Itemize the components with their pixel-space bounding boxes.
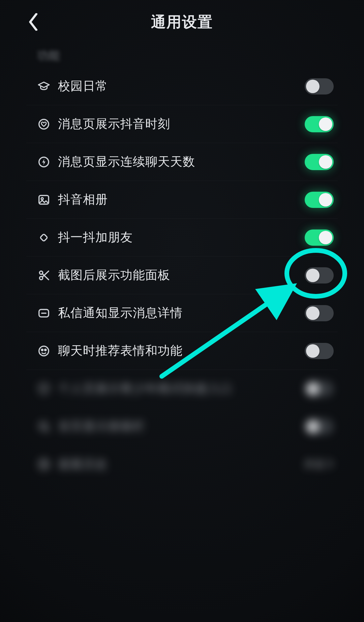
search-icon xyxy=(36,419,51,434)
bolt-circle-icon xyxy=(36,155,51,169)
svg-line-13 xyxy=(46,429,49,431)
svg-point-10 xyxy=(41,349,43,350)
header-bar: 通用设置 xyxy=(0,7,364,37)
settings-row[interactable]: 个人页展示青少年模式快捷入口 xyxy=(26,370,338,408)
toggle-switch[interactable] xyxy=(305,78,334,94)
section-header: 功能 xyxy=(37,48,60,63)
settings-row[interactable]: 截图后展示功能面板 xyxy=(26,256,338,294)
shake-icon xyxy=(36,230,51,245)
svg-point-9 xyxy=(39,346,49,356)
settings-row-label: 抖一抖加朋友 xyxy=(58,229,305,246)
toggle-knob xyxy=(306,306,320,320)
toggle-switch[interactable] xyxy=(305,192,334,208)
heart-circle-icon xyxy=(36,117,51,132)
toggle-knob xyxy=(319,231,332,244)
toggle-knob xyxy=(306,420,320,433)
toggle-switch[interactable] xyxy=(305,343,334,359)
settings-row[interactable]: 抖音相册 xyxy=(26,181,338,219)
settings-row-label: 消息页显示连续聊天天数 xyxy=(58,154,305,170)
settings-row[interactable]: 消息页显示连续聊天天数 xyxy=(26,143,338,181)
settings-row-label: 抖音相册 xyxy=(58,191,305,208)
graduation-cap-icon xyxy=(36,79,51,94)
settings-row[interactable]: 首页显示搜索栏 xyxy=(26,408,338,445)
svg-rect-4 xyxy=(40,234,48,241)
settings-list: 校园日常消息页展示抖音时刻消息页显示连续聊天天数抖音相册抖一抖加朋友截图后展示功… xyxy=(26,67,338,622)
settings-row-label: 观看历史 xyxy=(58,456,304,473)
page-title: 通用设置 xyxy=(0,12,364,32)
toggle-switch[interactable] xyxy=(305,381,334,397)
scissors-icon xyxy=(36,268,51,283)
message-icon xyxy=(36,306,51,321)
toggle-knob xyxy=(319,193,332,207)
clock-icon xyxy=(36,457,51,472)
svg-point-11 xyxy=(45,349,46,350)
settings-row-label: 消息页展示抖音时刻 xyxy=(58,116,305,132)
settings-row-label: 个人页展示青少年模式快捷入口 xyxy=(58,380,305,397)
toggle-knob xyxy=(319,155,332,169)
svg-point-0 xyxy=(39,119,49,129)
settings-row[interactable]: 聊天时推荐表情和功能 xyxy=(26,332,338,370)
toggle-knob xyxy=(306,269,320,282)
toggle-switch[interactable] xyxy=(305,305,334,321)
toggle-switch[interactable] xyxy=(305,154,334,170)
settings-row-label: 首页显示搜索栏 xyxy=(58,418,305,435)
settings-row-label: 聊天时推荐表情和功能 xyxy=(58,343,305,359)
toggle-switch[interactable] xyxy=(305,116,334,132)
settings-row[interactable]: 消息页展示抖音时刻 xyxy=(26,105,338,143)
settings-row[interactable]: 校园日常 xyxy=(26,67,338,105)
app-frame: 通用设置 功能 校园日常消息页展示抖音时刻消息页显示连续聊天天数抖音相册抖一抖加… xyxy=(0,0,364,622)
settings-row[interactable]: 私信通知显示消息详情 xyxy=(26,294,338,332)
toggle-switch[interactable] xyxy=(305,229,334,246)
toggle-switch[interactable] xyxy=(305,267,334,283)
toggle-knob xyxy=(306,344,320,358)
photo-icon xyxy=(36,192,51,207)
settings-row-label: 截图后展示功能面板 xyxy=(58,267,305,283)
row-trail-text: 开启 xyxy=(304,458,324,471)
settings-row-label: 私信通知显示消息详情 xyxy=(58,305,305,321)
settings-row-label: 校园日常 xyxy=(58,78,305,94)
toggle-knob xyxy=(319,117,332,131)
settings-row[interactable]: 观看历史开启 xyxy=(26,445,338,483)
shield-icon xyxy=(36,381,51,396)
toggle-switch[interactable] xyxy=(305,418,334,435)
toggle-knob xyxy=(306,80,320,93)
face-icon xyxy=(36,344,51,358)
toggle-knob xyxy=(306,382,320,396)
settings-row[interactable]: 抖一抖加朋友 xyxy=(26,219,338,256)
svg-point-3 xyxy=(41,197,43,199)
chevron-right-icon xyxy=(327,459,334,470)
